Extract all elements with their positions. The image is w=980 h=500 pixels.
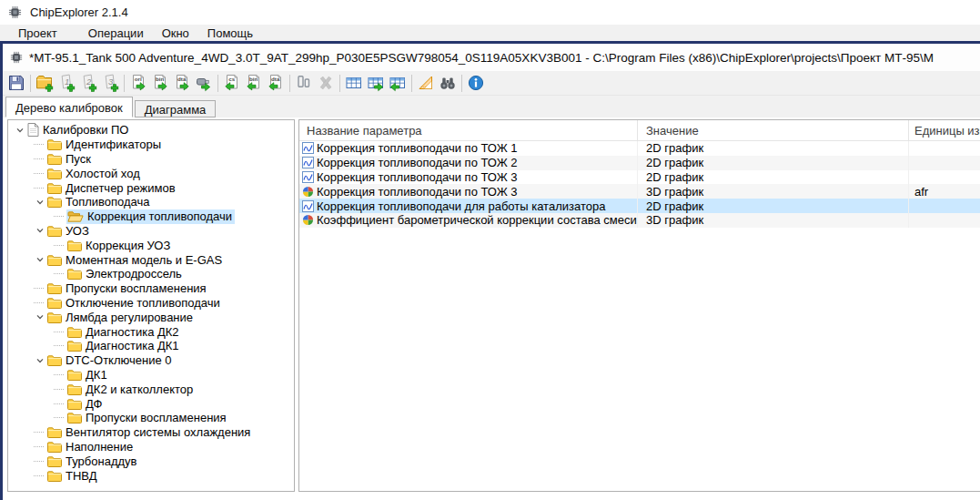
- info-button[interactable]: [465, 73, 487, 93]
- tree-item[interactable]: Моментная модель и E-GAS: [8, 252, 294, 267]
- menu-item[interactable]: Проект: [9, 26, 66, 41]
- column-header[interactable]: Название параметра: [299, 120, 638, 140]
- tree-node[interactable]: Пуск: [46, 152, 94, 167]
- tree-item[interactable]: Топливоподача: [8, 195, 294, 209]
- measure-button[interactable]: [415, 73, 437, 93]
- column-header[interactable]: Единицы изм: [909, 120, 980, 140]
- tree-node[interactable]: DTC-Отключение 0: [46, 353, 175, 368]
- tree-indent: [8, 432, 34, 433]
- tree-node[interactable]: УОЗ: [46, 224, 92, 239]
- tree-item[interactable]: Диспетчер режимов: [8, 180, 294, 195]
- memory-modules-button[interactable]: [293, 73, 315, 93]
- chevron-down-icon[interactable]: [34, 312, 46, 321]
- tree-item[interactable]: Лямбда регулирование: [8, 310, 294, 324]
- tree-node[interactable]: Отключение топливоподачи: [46, 296, 223, 311]
- tree-node[interactable]: Коррекция топливоподачи: [66, 209, 235, 224]
- table-export-button[interactable]: [365, 73, 387, 93]
- tree-node[interactable]: Моментная модель и E-GAS: [46, 252, 225, 267]
- table-row[interactable]: Коррекция топливоподачи по ТОЖ 22D графи…: [299, 156, 980, 170]
- tree-item[interactable]: Идентификаторы: [8, 138, 294, 152]
- tree-item[interactable]: УОЗ: [8, 224, 294, 239]
- chevron-down-icon[interactable]: [34, 255, 46, 264]
- tree-item[interactable]: Диагностика ДК1: [8, 339, 294, 353]
- table-view-button[interactable]: [343, 73, 365, 93]
- tree-item[interactable]: Диагностика ДК2: [8, 324, 294, 339]
- search-button[interactable]: [437, 73, 459, 93]
- tree-connector: [54, 345, 64, 346]
- document-icon: [27, 123, 39, 137]
- table-row[interactable]: Коррекция топливоподачи по ТОЖ 33D графи…: [299, 184, 980, 199]
- tree-node[interactable]: Пропуски воспламенения: [46, 281, 209, 296]
- tree-item-label: УОЗ: [66, 224, 89, 238]
- import-cs-button[interactable]: cs: [221, 73, 243, 93]
- chart-3d-icon: [302, 214, 314, 226]
- tree-item[interactable]: Турбонаддув: [8, 454, 294, 468]
- tree-item[interactable]: ДФ: [8, 396, 294, 411]
- import-bin-button[interactable]: bin: [243, 73, 265, 93]
- export-bin-icon: bin: [151, 74, 169, 92]
- export-bin-button[interactable]: bin: [149, 73, 171, 93]
- tree-node[interactable]: ДК2 и катколлектор: [66, 382, 196, 396]
- tree-node[interactable]: Идентификаторы: [46, 138, 164, 152]
- tree-item[interactable]: Пропуски воспламенения: [8, 411, 294, 425]
- chevron-down-icon[interactable]: [34, 198, 46, 207]
- tree-node[interactable]: Электродроссель: [66, 267, 185, 281]
- tree-node[interactable]: Диагностика ДК2: [66, 324, 182, 339]
- tree-node[interactable]: Вентилятор системы охлаждения: [46, 425, 253, 440]
- menu-item[interactable]: Помощь: [198, 26, 262, 41]
- tree-node[interactable]: Наполнение: [46, 440, 136, 454]
- tree-node[interactable]: ТНВД: [46, 468, 100, 483]
- table-row[interactable]: Коррекция топливоподачи для работы катал…: [299, 199, 980, 213]
- tab-inactive[interactable]: Диаграмма: [135, 100, 217, 117]
- tree-item[interactable]: DTC-Отключение 0: [8, 353, 294, 368]
- table-import-button[interactable]: [387, 73, 409, 93]
- table-row[interactable]: Коррекция топливоподачи по ТОЖ 32D графи…: [299, 170, 980, 185]
- import-dta-button[interactable]: dta: [265, 73, 287, 93]
- tree-item[interactable]: ДК2 и катколлектор: [8, 382, 294, 396]
- export-dta-button[interactable]: dta: [171, 73, 193, 93]
- tree-node[interactable]: Турбонаддув: [46, 454, 139, 468]
- tree-node[interactable]: Холостой ход: [46, 166, 143, 180]
- tree-item[interactable]: Коррекция топливоподачи: [8, 209, 294, 224]
- cell-units: [909, 199, 980, 213]
- tree-item[interactable]: Отключение топливоподачи: [8, 296, 294, 311]
- tree-node[interactable]: ДФ: [66, 396, 105, 411]
- tree-item[interactable]: Холостой ход: [8, 166, 294, 180]
- chevron-down-icon[interactable]: [34, 226, 46, 235]
- column-header[interactable]: Значение: [638, 120, 909, 140]
- table-row[interactable]: Коэффициент барометрической коррекции со…: [299, 213, 980, 228]
- tree-item[interactable]: Электродроссель: [8, 267, 294, 281]
- tree-node[interactable]: Диагностика ДК1: [66, 339, 182, 353]
- table-row[interactable]: Коррекция топливоподачи по ТОЖ 12D графи…: [299, 141, 980, 156]
- export-device-button[interactable]: [193, 73, 215, 93]
- chevron-down-icon[interactable]: [14, 126, 26, 135]
- tree-item[interactable]: Наполнение: [8, 440, 294, 454]
- add-layer-2-button[interactable]: 2: [77, 73, 99, 93]
- tree-item[interactable]: ТНВД: [8, 468, 294, 483]
- menu-item[interactable]: Окно: [153, 26, 198, 41]
- tree-item[interactable]: Пропуски воспламенения: [8, 281, 294, 296]
- tab-active[interactable]: Дерево калибровок: [5, 97, 133, 117]
- tree-indent: [8, 245, 54, 246]
- tree-indent: [8, 302, 34, 303]
- folder-icon: [47, 297, 62, 309]
- tree-item[interactable]: Вентилятор системы охлаждения: [8, 425, 294, 440]
- tree-item[interactable]: Калибровки ПО: [8, 123, 294, 138]
- tree-node[interactable]: Пропуски воспламенения: [66, 411, 229, 425]
- chevron-down-icon[interactable]: [34, 356, 46, 365]
- export-ori-button[interactable]: ori: [127, 73, 149, 93]
- tree-item[interactable]: ДК1: [8, 368, 294, 383]
- tree-item[interactable]: Пуск: [8, 152, 294, 167]
- tree-node[interactable]: ДК1: [66, 368, 110, 383]
- tree-node[interactable]: Калибровки ПО: [26, 123, 131, 138]
- add-layer-3-button[interactable]: 3: [99, 73, 121, 93]
- menu-item[interactable]: Операции: [79, 26, 153, 41]
- add-folder-button[interactable]: [34, 73, 56, 93]
- tree-node[interactable]: Лямбда регулирование: [46, 310, 196, 324]
- tree-item[interactable]: Коррекция УОЗ: [8, 238, 294, 252]
- save-button[interactable]: [5, 73, 27, 93]
- tree-node[interactable]: Топливоподача: [46, 195, 153, 209]
- tree-node[interactable]: Коррекция УОЗ: [66, 238, 173, 252]
- tree-node[interactable]: Диспетчер режимов: [46, 180, 178, 195]
- add-layer-1-button[interactable]: 1: [56, 73, 77, 93]
